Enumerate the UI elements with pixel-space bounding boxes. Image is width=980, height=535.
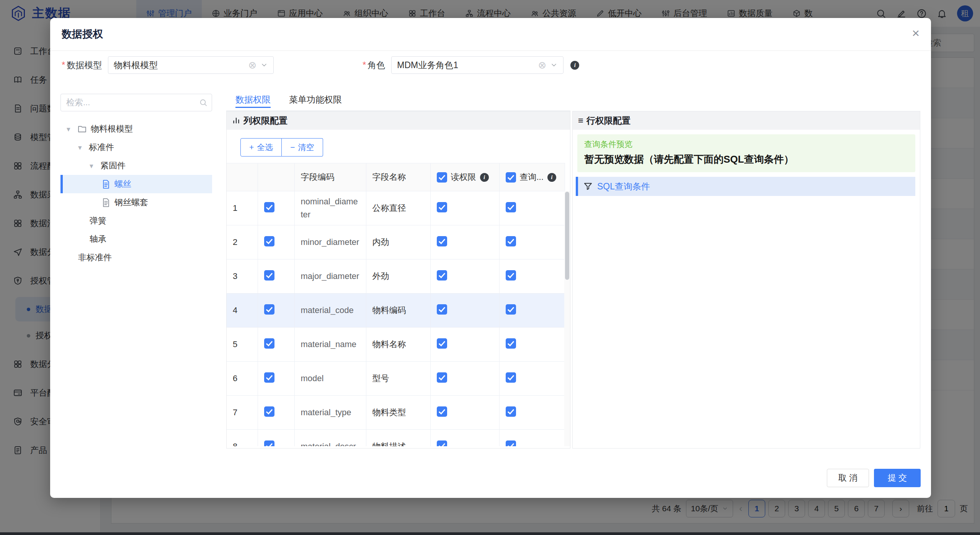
query-preview-empty-text: 暂无预览数据（请先配置下面的SQL查询条件） — [584, 153, 908, 166]
docicon-icon — [101, 179, 111, 189]
query-permission-checkbox[interactable] — [506, 338, 516, 349]
read-permission-checkbox[interactable] — [437, 338, 447, 349]
index-column-header — [227, 163, 258, 191]
info-icon: i — [480, 173, 489, 182]
docicon-icon — [101, 198, 111, 207]
query-permission-checkbox[interactable] — [506, 372, 516, 383]
read-permission-checkbox[interactable] — [437, 304, 447, 315]
modal-title: 数据授权 — [62, 18, 103, 51]
info-icon: i — [570, 61, 579, 70]
role-select[interactable]: MDM业务角色1 ⊗ — [391, 56, 564, 74]
query-permission-checkbox[interactable] — [506, 406, 516, 417]
sql-condition-row[interactable]: SQL查询条件 — [576, 177, 915, 196]
row-panel-header: ≡ 行权限配置 — [573, 111, 920, 130]
column-permission-table: 字段编码字段名称读权限i查询...i1nominal_diameter公称直径2… — [227, 163, 565, 446]
tree-node-螺丝[interactable]: 螺丝 — [60, 175, 212, 193]
tree-node-钢丝螺套[interactable]: 钢丝螺套 — [60, 193, 212, 212]
row-index: 6 — [227, 362, 258, 396]
tab-菜单功能权限[interactable]: 菜单功能权限 — [289, 91, 342, 108]
field-code: material_code — [294, 294, 366, 328]
info-icon: i — [547, 173, 556, 182]
column-permission-panel: 列权限配置 +全选−清空 字段编码字段名称读权限i查询...i1nominal_… — [226, 111, 570, 449]
query-preview-label: 查询条件预览 — [584, 139, 908, 150]
caret-down-icon[interactable]: ▾ — [67, 125, 77, 134]
read-permission-checkbox[interactable] — [437, 440, 447, 447]
data-model-field: * 数据模型 物料根模型 ⊗ — [62, 55, 274, 75]
read-permission-header: 读权限i — [430, 163, 499, 191]
query-permission-checkbox[interactable] — [506, 202, 516, 212]
search-icon — [199, 98, 207, 107]
clear-button[interactable]: −清空 — [282, 138, 323, 157]
row-select-checkbox[interactable] — [264, 202, 274, 212]
clear-icon[interactable]: ⊗ — [538, 59, 547, 71]
row-select-checkbox[interactable] — [264, 236, 274, 246]
scrollbar-thumb[interactable] — [565, 192, 569, 280]
row-select-checkbox[interactable] — [264, 372, 274, 383]
tree-node-轴承[interactable]: 轴承 — [60, 230, 212, 248]
read-permission-select-all-checkbox[interactable] — [437, 172, 447, 183]
caret-down-icon[interactable]: ▾ — [78, 143, 89, 152]
tree-node-弹簧[interactable]: 弹簧 — [60, 212, 212, 230]
row-index: 4 — [227, 294, 258, 328]
query-permission-checkbox[interactable] — [506, 304, 516, 315]
column-panel-header: 列权限配置 — [227, 111, 570, 130]
field-name: 内劲 — [366, 225, 430, 259]
row-index: 2 — [227, 225, 258, 259]
row-select-checkbox[interactable] — [264, 304, 274, 315]
field-code-header: 字段编码 — [294, 163, 366, 191]
clear-icon[interactable]: ⊗ — [248, 59, 257, 71]
required-asterisk: * — [62, 60, 65, 70]
tree-search-input[interactable] — [60, 94, 212, 111]
field-row-material_name: 5material_name物料名称 — [227, 328, 565, 362]
row-index: 7 — [227, 396, 258, 430]
query-permission-checkbox[interactable] — [506, 236, 516, 246]
row-permission-panel: ≡ 行权限配置 查询条件预览 暂无预览数据（请先配置下面的SQL查询条件） SQ… — [572, 111, 920, 449]
bottom-edge — [0, 532, 980, 535]
row-select-checkbox[interactable] — [264, 338, 274, 349]
bar-chart-icon — [232, 116, 240, 125]
field-code: material_type — [294, 396, 366, 430]
field-name: 物料类型 — [366, 396, 430, 430]
field-name: 公称直径 — [366, 191, 430, 225]
chevron-down-icon — [260, 61, 268, 69]
submit-button[interactable]: 提 交 — [874, 469, 921, 487]
query-permission-checkbox[interactable] — [506, 440, 516, 447]
table-scrollbar[interactable] — [564, 191, 570, 446]
read-permission-checkbox[interactable] — [437, 202, 447, 212]
tree-node-物料根模型[interactable]: ▾物料根模型 — [60, 120, 212, 138]
row-select-checkbox[interactable] — [264, 406, 274, 417]
row-select-checkbox[interactable] — [264, 270, 274, 281]
read-permission-checkbox[interactable] — [437, 372, 447, 383]
data-model-select[interactable]: 物料根模型 ⊗ — [108, 56, 274, 74]
row-select-checkbox[interactable] — [264, 440, 274, 447]
read-permission-checkbox[interactable] — [437, 270, 447, 281]
cancel-button[interactable]: 取 消 — [827, 469, 869, 487]
field-name: 物料编码 — [366, 294, 430, 328]
query-permission-header: 查询...i — [499, 163, 565, 191]
data-model-label: 数据模型 — [67, 59, 102, 71]
funnel-icon — [583, 182, 593, 191]
selection-button-group: +全选−清空 — [240, 138, 323, 157]
modal-header: 数据授权 × — [50, 18, 931, 51]
tree-node-紧固件[interactable]: ▾紧固件 — [60, 157, 212, 175]
field-name: 物料描述 — [366, 430, 430, 447]
caret-down-icon[interactable]: ▾ — [90, 161, 100, 170]
field-row-major_diameter: 3major_diameter外劲 — [227, 259, 565, 294]
row-index: 3 — [227, 259, 258, 294]
tab-数据权限[interactable]: 数据权限 — [235, 91, 271, 108]
tree-node-标准件[interactable]: ▾标准件 — [60, 138, 212, 157]
read-permission-checkbox[interactable] — [437, 406, 447, 417]
select-all-button[interactable]: +全选 — [240, 138, 282, 157]
sql-condition-link[interactable]: SQL查询条件 — [597, 181, 650, 192]
tree-node-非标准件[interactable]: 非标准件 — [60, 248, 212, 267]
query-permission-checkbox[interactable] — [506, 270, 516, 281]
query-permission-select-all-checkbox[interactable] — [506, 172, 516, 183]
read-permission-checkbox[interactable] — [437, 236, 447, 246]
field-code: major_diameter — [294, 259, 366, 294]
field-code: model — [294, 362, 366, 396]
close-icon[interactable]: × — [912, 26, 920, 39]
field-code: material_descr — [294, 430, 366, 447]
category-tree-panel: ▾物料根模型▾标准件▾紧固件螺丝钢丝螺套弹簧轴承非标准件 — [60, 94, 212, 267]
field-row-material_code: 4material_code物料编码 — [227, 294, 565, 328]
role-field: * 角色 MDM业务角色1 ⊗ i — [363, 55, 579, 75]
